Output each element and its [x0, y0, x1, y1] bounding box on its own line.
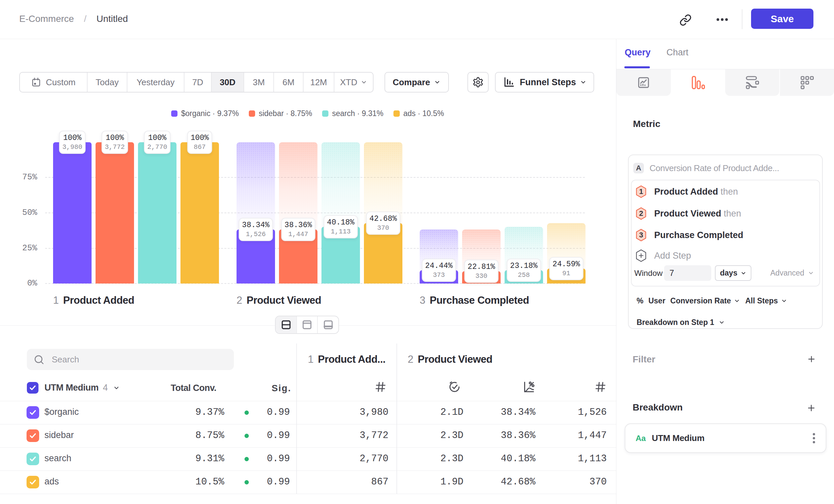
svg-text:2: 2	[639, 209, 643, 217]
svg-text:3: 3	[639, 231, 643, 239]
svg-text:1: 1	[639, 187, 643, 196]
